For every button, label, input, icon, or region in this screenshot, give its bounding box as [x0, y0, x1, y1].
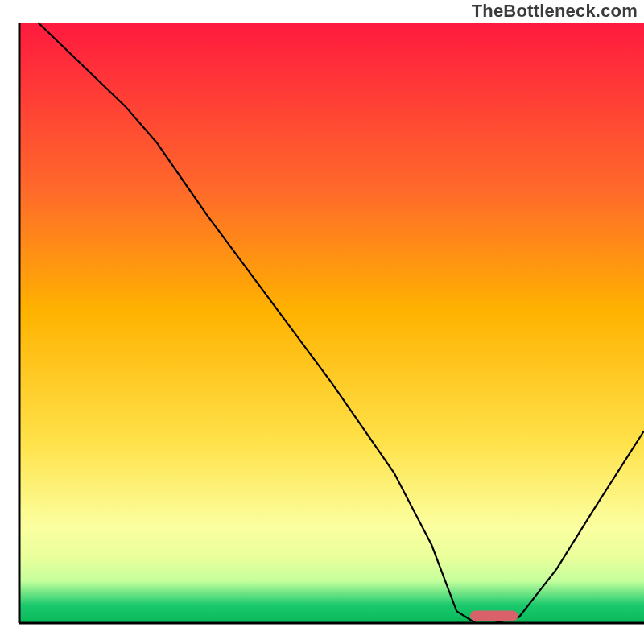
- gradient-background: [19, 23, 644, 623]
- bottleneck-chart: [0, 0, 644, 644]
